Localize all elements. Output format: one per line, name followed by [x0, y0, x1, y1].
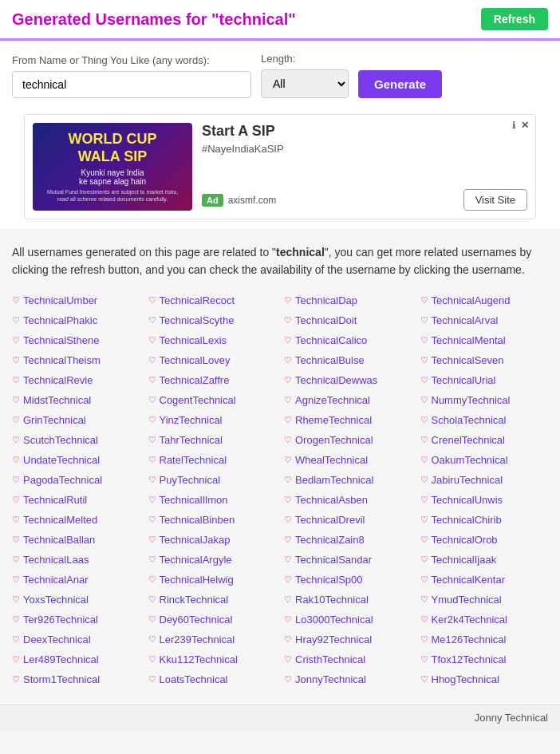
- username-item[interactable]: ♡RinckTechnical: [144, 590, 281, 609]
- username-item[interactable]: ♡TechnicalMelted: [8, 511, 144, 529]
- username-item[interactable]: ♡TechnicalZaffre: [144, 371, 281, 389]
- username-item[interactable]: ♡TechnicalAsben: [280, 491, 416, 509]
- username-item[interactable]: ♡TechnicalArval: [416, 311, 553, 330]
- username-item[interactable]: ♡Ler489Technical: [8, 650, 144, 669]
- username-item[interactable]: ♡TechnicalDap: [280, 291, 416, 310]
- username-item[interactable]: ♡TechnicalRevie: [8, 371, 144, 389]
- heart-icon: ♡: [12, 395, 20, 405]
- generate-button[interactable]: Generate: [358, 70, 442, 98]
- username-item[interactable]: ♡TechnicalBulse: [280, 351, 416, 369]
- username-item[interactable]: ♡HhogTechnical: [416, 670, 553, 689]
- username-item[interactable]: ♡TechnicalSthene: [8, 331, 144, 349]
- username-item[interactable]: ♡DeexTechnical: [8, 630, 144, 649]
- username-item[interactable]: ♡JabiruTechnical: [416, 471, 553, 489]
- username-item[interactable]: ♡TechnicalScythe: [144, 311, 281, 330]
- username-item[interactable]: ♡TechnicalLexis: [144, 331, 281, 349]
- username-item[interactable]: ♡PuyTechnical: [144, 471, 281, 489]
- username-item[interactable]: ♡TechnicalPhakic: [8, 311, 144, 330]
- username-item[interactable]: ♡Dey60Technical: [144, 610, 281, 629]
- username-item[interactable]: ♡TechnicalArgyle: [144, 551, 281, 569]
- ad-info-icon[interactable]: ℹ: [512, 120, 516, 131]
- username-item[interactable]: ♡Lo3000Technical: [280, 610, 416, 629]
- username-item[interactable]: ♡TechnicalIjaak: [416, 551, 553, 569]
- username-item[interactable]: ♡NummyTechnical: [416, 391, 553, 409]
- username-item[interactable]: ♡CristhTechnical: [280, 650, 416, 669]
- username-item[interactable]: ♡ScholaTechnical: [416, 411, 553, 429]
- username-item[interactable]: ♡YmudTechnical: [416, 590, 553, 609]
- username-item[interactable]: ♡TechnicalRecoct: [144, 291, 281, 310]
- username-item[interactable]: ♡TechnicalUrial: [416, 371, 553, 389]
- username-item[interactable]: ♡Me126Technical: [416, 630, 553, 649]
- username-item[interactable]: ♡TechnicalJakap: [144, 531, 281, 549]
- username-item[interactable]: ♡LoatsTechnical: [144, 670, 281, 689]
- username-item[interactable]: ♡TechnicalLovey: [144, 351, 281, 369]
- username-item[interactable]: ♡TechnicalSeven: [416, 351, 553, 369]
- username-item[interactable]: ♡TahrTechnical: [144, 431, 281, 449]
- username-item[interactable]: ♡CogentTechnical: [144, 391, 281, 409]
- username-item[interactable]: ♡JonnyTechnical: [280, 670, 416, 689]
- username-item[interactable]: ♡TechnicalCalico: [280, 331, 416, 349]
- username-text: HhogTechnical: [432, 673, 499, 685]
- heart-icon: ♡: [420, 555, 428, 565]
- username-item[interactable]: ♡TechnicalBinben: [144, 511, 281, 529]
- username-item[interactable]: ♡TechnicalAnar: [8, 570, 144, 589]
- username-item[interactable]: ♡RatelTechnical: [144, 451, 281, 469]
- username-text: Me126Technical: [432, 634, 507, 645]
- username-item[interactable]: ♡RhemeTechnical: [280, 411, 416, 429]
- username-item[interactable]: ♡OakumTechnical: [416, 451, 553, 469]
- username-item[interactable]: ♡AgnizeTechnical: [280, 391, 416, 409]
- username-item[interactable]: ♡TechnicalMental: [416, 331, 553, 349]
- username-item[interactable]: ♡YinzTechnical: [144, 411, 281, 429]
- username-item[interactable]: ♡TechnicalUnwis: [416, 491, 553, 509]
- ad-image-disclaimer: Mutual Fund Investments are subject to m…: [47, 189, 178, 203]
- username-item[interactable]: ♡TechnicalUmber: [8, 291, 144, 310]
- username-item[interactable]: ♡PagodaTechnical: [8, 471, 144, 489]
- username-item[interactable]: ♡TechnicalLaas: [8, 551, 144, 569]
- username-text: TechnicalUmber: [23, 294, 97, 306]
- username-item[interactable]: ♡Kku112Technical: [144, 650, 281, 669]
- username-item[interactable]: ♡WhealTechnical: [280, 451, 416, 469]
- username-item[interactable]: ♡TechnicalHelwig: [144, 570, 281, 589]
- username-item[interactable]: ♡TechnicalZain8: [280, 531, 416, 549]
- username-item[interactable]: ♡TechnicalDrevil: [280, 511, 416, 529]
- username-item[interactable]: ♡OrogenTechnical: [280, 431, 416, 449]
- refresh-button[interactable]: Refresh: [481, 8, 548, 30]
- username-item[interactable]: ♡TechnicalSandar: [280, 551, 416, 569]
- username-text: Ler489Technical: [23, 653, 99, 665]
- username-item[interactable]: ♡TechnicalTheism: [8, 351, 144, 369]
- username-item[interactable]: ♡BedlamTechnical: [280, 471, 416, 489]
- username-item[interactable]: ♡TechnicalRutil: [8, 491, 144, 509]
- ad-close-icon[interactable]: ✕: [521, 120, 529, 131]
- username-text: Storm1Technical: [23, 673, 100, 685]
- username-item[interactable]: ♡CrenelTechnical: [416, 431, 553, 449]
- username-item[interactable]: ♡MidstTechnical: [8, 391, 144, 409]
- username-item[interactable]: ♡Ter926Technical: [8, 610, 144, 629]
- username-item[interactable]: ♡TechnicalChirib: [416, 511, 553, 529]
- username-item[interactable]: ♡Rak10Technical: [280, 590, 416, 609]
- username-item[interactable]: ♡Storm1Technical: [8, 670, 144, 689]
- username-item[interactable]: ♡TechnicalKentar: [416, 570, 553, 589]
- ad-visit-button[interactable]: Visit Site: [463, 189, 527, 211]
- heart-icon: ♡: [148, 395, 156, 405]
- username-item[interactable]: ♡TechnicalDewwas: [280, 371, 416, 389]
- username-item[interactable]: ♡TechnicalBallan: [8, 531, 144, 549]
- username-item[interactable]: ♡ScutchTechnical: [8, 431, 144, 449]
- username-item[interactable]: ♡Ler239Technical: [144, 630, 281, 649]
- username-item[interactable]: ♡TechnicalOrob: [416, 531, 553, 549]
- username-item[interactable]: ♡TechnicalDoit: [280, 311, 416, 330]
- username-text: RinckTechnical: [160, 594, 229, 606]
- username-item[interactable]: ♡Hray92Technical: [280, 630, 416, 649]
- name-input[interactable]: [12, 71, 251, 98]
- username-item[interactable]: ♡UndateTechnical: [8, 451, 144, 469]
- username-item[interactable]: ♡TechnicalAugend: [416, 291, 553, 310]
- username-item[interactable]: ♡TechnicalSp00: [280, 570, 416, 589]
- username-item[interactable]: ♡GrinTechnical: [8, 411, 144, 429]
- username-item[interactable]: ♡YoxsTechnical: [8, 590, 144, 609]
- heart-icon: ♡: [284, 455, 292, 465]
- username-text: YinzTechnical: [160, 414, 223, 426]
- username-item[interactable]: ♡TechnicalIlmon: [144, 491, 281, 509]
- username-item[interactable]: ♡Tfox12Technical: [416, 650, 553, 669]
- username-text: PuyTechnical: [160, 474, 221, 486]
- username-item[interactable]: ♡Ker2k4Technical: [416, 610, 553, 629]
- length-select[interactable]: All Short Medium Long: [261, 69, 349, 98]
